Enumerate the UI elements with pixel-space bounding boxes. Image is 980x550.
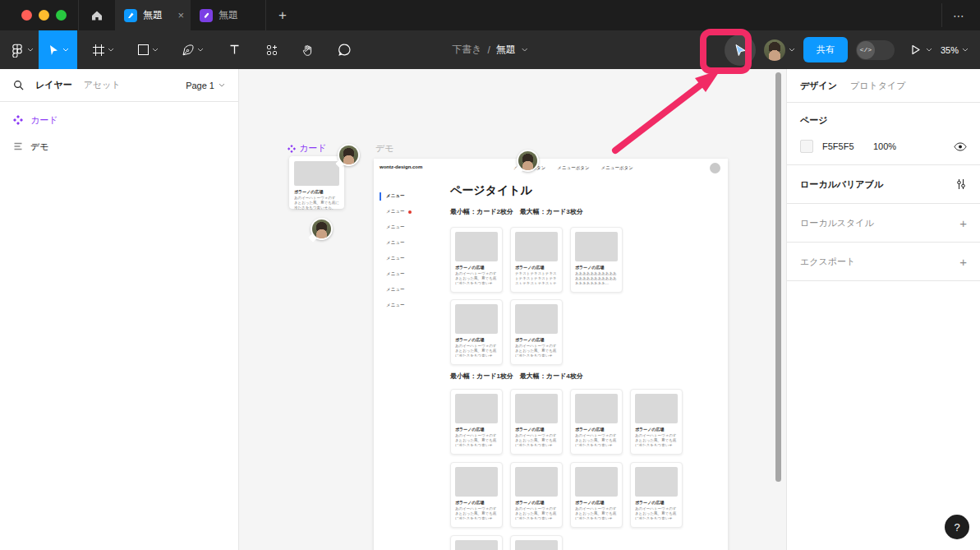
pen-tool-button[interactable] <box>175 30 210 69</box>
add-style-icon[interactable]: + <box>959 216 967 230</box>
image-placeholder <box>635 467 678 497</box>
hand-tool-button[interactable] <box>295 30 321 69</box>
auto-layout-frame-icon <box>13 141 23 151</box>
site-avatar-placeholder <box>710 163 720 173</box>
demo-card[interactable]: ポラーノの広場あのイーハトーヴォのすきとおった風、夏でも底に冷たさをもつ青いそら… <box>450 389 503 455</box>
demo-card[interactable]: ポラーノの広場あのイーハトーヴォのすきとおった風、夏でも底に冷たさをもつ青いそら… <box>510 462 563 528</box>
rectangle-icon <box>137 44 150 56</box>
canvas-component-label[interactable]: カード <box>288 142 327 155</box>
page-selector[interactable]: Page 1 <box>186 81 225 90</box>
demo-card[interactable]: ポラーノの広場あのイーハトーヴォのすきとおった風、夏でも底に冷たさをもつ青いそら… <box>450 227 503 293</box>
card-row: ポラーノの広場あのイーハトーヴォのすきとおった風、夏でも底に冷たさをもつ青いそら… <box>450 227 623 293</box>
export-label: エクスポート <box>800 256 855 268</box>
page-title: ページタイトル <box>450 183 532 198</box>
card-body: あのイーハトーヴォのすきとおった風、夏でも底に冷たさをもつ青いそら、う… <box>635 433 678 446</box>
new-tab-button[interactable]: + <box>266 0 299 30</box>
dev-mode-toggle[interactable]: </> <box>856 40 895 60</box>
share-button[interactable]: 共有 <box>803 37 848 62</box>
demo-card[interactable]: ポラーノの広場ああああああああああああああああああああああああああああああ… <box>570 227 623 293</box>
account-menu[interactable] <box>764 39 795 61</box>
card-row: ポラーノの広場あのイーハトーヴォのすきとおった風、夏でも底に冷たさをもつ青いそら… <box>450 389 683 455</box>
menu-item[interactable]: メニュー <box>377 220 447 235</box>
menu-item[interactable]: メニュー <box>377 204 447 220</box>
demo-card[interactable]: ポラーノの広場あのイーハトーヴォのすきとおった風、夏でも底に冷たさをもつ青いそら… <box>570 462 623 528</box>
variables-sliders-icon[interactable] <box>955 178 967 190</box>
tab-design[interactable]: デザイン <box>800 80 837 92</box>
shape-tool-button[interactable] <box>131 30 165 69</box>
page-color-opacity[interactable]: 100% <box>873 141 896 151</box>
hand-icon <box>301 44 315 57</box>
nav-item[interactable]: メニューボタン <box>557 165 589 171</box>
breadcrumb-filename[interactable]: 無題 <box>496 43 516 57</box>
avatar <box>518 151 537 170</box>
card-title: ポラーノの広場 <box>575 500 618 505</box>
close-tab-icon[interactable]: × <box>177 9 184 21</box>
collaborator-avatar-bubble[interactable] <box>311 218 333 240</box>
layer-item-demo[interactable]: デモ <box>0 133 238 159</box>
menu-item[interactable]: メニュー <box>377 235 447 251</box>
tab-layers[interactable]: レイヤー <box>35 79 72 91</box>
frame-tool-button[interactable] <box>85 30 121 69</box>
actions-tool-button[interactable] <box>259 30 285 69</box>
page-selector-label: Page 1 <box>186 81 214 90</box>
main-menu-button[interactable] <box>0 30 39 69</box>
home-icon[interactable] <box>79 0 115 30</box>
search-icon[interactable] <box>13 80 24 90</box>
chevron-down-icon <box>219 83 225 87</box>
tab-assets[interactable]: アセット <box>84 79 121 91</box>
image-placeholder <box>515 394 558 423</box>
demo-card[interactable]: ポラーノの広場あのイーハトーヴォのすきとおった風、夏でも底に冷たさをもつ青いそら… <box>510 389 563 455</box>
demo-card[interactable]: ポラーノの広場あのイーハトーヴォのすきとおった風、夏でも底に冷たさをもつ青いそら… <box>450 462 503 528</box>
spotlight-cursor-button[interactable] <box>725 35 756 66</box>
eye-icon[interactable] <box>954 142 967 151</box>
demo-frame[interactable]: wontz-design.com メニューボタン メニューボタン メニューボタン… <box>374 159 728 550</box>
demo-card[interactable]: ポラーノの広場あのイーハトーヴォのすきとおった風、夏でも底に冷たさをもつ青いそら… <box>630 389 683 455</box>
canvas-scrollbar[interactable] <box>775 72 781 482</box>
figma-design-file-icon <box>124 9 137 22</box>
canvas[interactable]: カード ポラーノの広場 あのイーハトーヴォのすきとおった風、夏でも底に冷たさをも… <box>239 69 786 550</box>
avatar <box>339 146 358 164</box>
collaborator-avatar-bubble[interactable] <box>517 150 539 172</box>
image-placeholder <box>294 161 339 186</box>
menu-item[interactable]: メニュー <box>377 298 447 313</box>
menu-item[interactable]: メニュー <box>377 266 447 282</box>
demo-card[interactable]: ポラーノの広場あのイーハトーヴォのすきとおった風、夏でも底に冷たさをもつ青いそら… <box>630 462 683 528</box>
add-export-icon[interactable]: + <box>959 255 967 269</box>
demo-card[interactable]: ポラーノの広場あのイーハトーヴォのすきとおった風、夏でも底に冷たさをもつ青いそら… <box>570 389 623 455</box>
present-button[interactable] <box>909 44 932 56</box>
zoom-level-control[interactable]: 35% <box>941 45 968 55</box>
play-icon <box>909 44 922 56</box>
demo-card[interactable]: ポラーノの広場あのイーハトーヴォのすきとおった風、夏でも底に冷たさをもつ青いそら… <box>510 299 563 365</box>
traffic-lights <box>0 0 79 30</box>
comment-tool-button[interactable] <box>331 30 358 69</box>
page-color-hex[interactable]: F5F5F5 <box>822 141 873 151</box>
layer-item-card[interactable]: カード <box>0 107 238 133</box>
text-tool-button[interactable] <box>222 30 247 69</box>
minimize-window-icon[interactable] <box>39 10 49 21</box>
help-button[interactable]: ? <box>945 515 969 539</box>
demo-card[interactable]: ポラーノの広場あのイーハトーヴォのすきとおった風、夏でも底に冷たさをもつ青いそら… <box>450 299 503 365</box>
menu-item[interactable]: メニュー <box>377 251 447 266</box>
page-color-swatch[interactable] <box>800 140 813 153</box>
menu-item[interactable]: メニュー <box>377 282 447 298</box>
tab-file-1[interactable]: 無題 × <box>115 0 191 30</box>
maximize-window-icon[interactable] <box>56 10 67 21</box>
more-menu-icon[interactable]: ⋯ <box>953 0 965 30</box>
demo-card[interactable] <box>510 535 563 550</box>
component-icon <box>288 145 296 153</box>
move-tool-button[interactable] <box>39 30 77 69</box>
demo-card[interactable]: ポラーノの広場テキストテキストテキストテキストテキストテキストテキストテキストテ… <box>510 227 563 293</box>
demo-card[interactable] <box>450 535 503 550</box>
close-window-icon[interactable] <box>21 10 32 21</box>
chevron-down-icon <box>27 48 34 52</box>
card-title: ポラーノの広場 <box>294 189 339 194</box>
breadcrumb[interactable]: 下書き / 無題 <box>452 30 528 69</box>
canvas-frame-label[interactable]: デモ <box>375 142 394 155</box>
chevron-down-icon[interactable] <box>522 48 528 52</box>
menu-item[interactable]: メニュー <box>377 188 447 204</box>
collaborator-avatar-bubble[interactable] <box>338 144 360 166</box>
breadcrumb-project[interactable]: 下書き <box>452 43 481 57</box>
nav-item[interactable]: メニューボタン <box>601 165 633 171</box>
tab-prototype[interactable]: プロトタイプ <box>850 80 906 92</box>
tab-file-2[interactable]: 無題 <box>191 0 266 30</box>
